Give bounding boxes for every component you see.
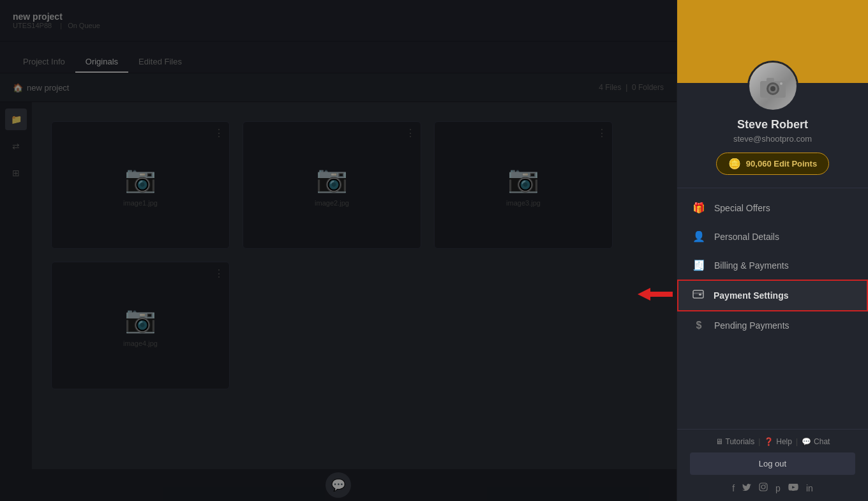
svg-rect-4: [767, 78, 774, 82]
twitter-icon[interactable]: [742, 483, 751, 493]
wallet-icon: [692, 289, 705, 302]
dollar-icon: $: [692, 320, 705, 331]
edit-points-label: 90,060 Edit Points: [746, 159, 817, 168]
tutorials-link[interactable]: 🖥 Tutorials: [715, 437, 755, 446]
panel-footer: 🖥 Tutorials | ❓ Help | 💬 Chat Log out f: [677, 429, 868, 501]
main-overlay: [0, 0, 677, 501]
edit-points-button[interactable]: 🪙 90,060 Edit Points: [716, 153, 829, 175]
svg-marker-6: [638, 288, 673, 301]
user-name: Steve Robert: [737, 118, 808, 131]
coins-icon: 🪙: [728, 158, 741, 170]
facebook-icon[interactable]: f: [732, 483, 735, 493]
menu-item-payment-settings[interactable]: Payment Settings: [677, 280, 868, 311]
menu-item-personal-details[interactable]: 👤 Personal Details: [677, 222, 868, 251]
avatar: [747, 61, 798, 112]
svg-point-11: [761, 485, 765, 489]
pending-payments-label: Pending Payments: [714, 320, 789, 331]
avatar-image: [749, 63, 797, 110]
receipt-icon: 🧾: [692, 259, 705, 271]
user-dropdown-panel: Steve Robert steve@shootpro.com 🪙 90,060…: [677, 0, 868, 501]
menu-item-billing-payments[interactable]: 🧾 Billing & Payments: [677, 251, 868, 280]
payment-settings-label: Payment Settings: [714, 290, 788, 301]
red-arrow-icon: [638, 285, 676, 303]
svg-rect-10: [760, 483, 767, 491]
svg-rect-9: [699, 294, 701, 295]
pinterest-icon[interactable]: p: [775, 483, 781, 493]
personal-details-label: Personal Details: [714, 232, 779, 242]
panel-header: [677, 0, 868, 83]
svg-point-3: [770, 86, 775, 91]
menu-list: 🎁 Special Offers 👤 Personal Details 🧾 Bi…: [677, 188, 868, 429]
menu-item-special-offers[interactable]: 🎁 Special Offers: [677, 193, 868, 222]
special-offers-label: Special Offers: [714, 203, 770, 213]
chat-bubble-icon: 💬: [802, 437, 811, 446]
help-icon: ❓: [764, 437, 774, 446]
social-links: f p in: [690, 482, 855, 493]
instagram-icon[interactable]: [759, 482, 768, 493]
logout-button[interactable]: Log out: [690, 452, 855, 475]
payment-settings-icon: [692, 289, 704, 299]
youtube-icon[interactable]: [788, 483, 798, 493]
svg-rect-8: [693, 292, 703, 294]
svg-point-12: [765, 484, 766, 485]
footer-links: 🖥 Tutorials | ❓ Help | 💬 Chat: [690, 437, 855, 446]
user-email: steve@shootpro.com: [733, 134, 812, 144]
avatar-camera-icon: [757, 73, 789, 99]
menu-item-pending-payments[interactable]: $ Pending Payments: [677, 311, 868, 340]
svg-point-5: [780, 82, 782, 85]
billing-payments-label: Billing & Payments: [714, 260, 789, 271]
profile-info: Steve Robert steve@shootpro.com 🪙 90,060…: [677, 118, 868, 175]
gift-icon: 🎁: [692, 202, 705, 214]
help-link[interactable]: ❓ Help: [764, 437, 792, 446]
arrow-container: [638, 285, 676, 306]
monitor-icon: 🖥: [715, 437, 723, 446]
person-icon: 👤: [692, 230, 705, 243]
active-item-wrapper: Payment Settings: [677, 280, 868, 311]
linkedin-icon[interactable]: in: [806, 483, 813, 493]
chat-link[interactable]: 💬 Chat: [802, 437, 830, 446]
main-area: new project UTES14P88 | On Queue Project…: [0, 0, 677, 501]
